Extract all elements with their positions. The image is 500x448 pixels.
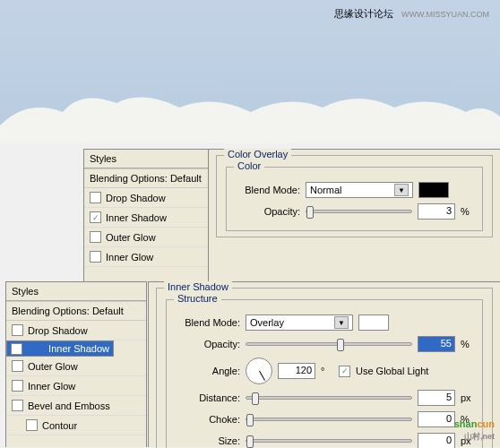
style-list: Drop Shadow Inner Shadow Outer Glow Inne… [6, 321, 146, 435]
distance-slider[interactable] [246, 396, 412, 400]
styles-panel-2: Styles Blending Options: Default Drop Sh… [5, 281, 147, 447]
style-item-outer-glow[interactable]: Outer Glow [84, 228, 227, 247]
choke-input[interactable]: 0 [418, 411, 455, 427]
style-item-outer-glow[interactable]: Outer Glow [6, 357, 146, 376]
style-item-drop-shadow[interactable]: Drop Shadow [6, 321, 146, 340]
opacity-input[interactable]: 55 [418, 336, 455, 352]
checkbox[interactable] [12, 380, 23, 392]
fieldset-title: Inner Shadow [164, 281, 232, 292]
angle-row: Angle: 120 ° Use Global Light [176, 358, 473, 384]
blend-mode-label: Blend Mode: [236, 185, 300, 195]
choke-slider[interactable] [246, 418, 412, 421]
checkbox[interactable] [26, 419, 38, 431]
choke-row: Choke: 0 % [176, 411, 473, 427]
opacity-unit: % [461, 206, 473, 217]
opacity-slider[interactable] [246, 342, 412, 346]
blend-mode-row: Blend Mode: Overlay▼ [176, 314, 473, 331]
distance-input[interactable]: 5 [418, 390, 455, 406]
style-label: Contour [42, 420, 77, 431]
angle-unit: ° [321, 366, 333, 376]
size-slider[interactable] [246, 439, 412, 443]
watermark: 思缘设计论坛 WWW.MISSYUAN.COM [334, 7, 489, 21]
opacity-label: Opacity: [236, 206, 300, 217]
opacity-row: Opacity: 3 % [236, 203, 473, 220]
site-logo: shancun 山村,net [454, 415, 495, 443]
blending-options[interactable]: Blending Options: Default [84, 168, 227, 188]
style-item-inner-glow[interactable]: Inner Glow [6, 376, 146, 396]
style-label: Outer Glow [106, 232, 156, 243]
blend-mode-select[interactable]: Overlay▼ [246, 314, 353, 331]
opacity-label: Opacity: [176, 339, 240, 349]
color-swatch[interactable] [418, 182, 449, 198]
checkbox[interactable] [12, 324, 23, 336]
style-item-inner-shadow[interactable]: Inner Shadow [84, 208, 227, 228]
section-title: Color [234, 160, 264, 171]
styles-header[interactable]: Styles [84, 150, 227, 168]
style-label: Bevel and Emboss [28, 401, 110, 411]
structure-section: Structure Blend Mode: Overlay▼ Opacity: … [166, 299, 483, 448]
chevron-down-icon: ▼ [394, 184, 409, 196]
checkbox[interactable] [90, 231, 101, 243]
style-label: Inner Shadow [48, 343, 109, 354]
style-label: Outer Glow [28, 361, 78, 372]
checkbox[interactable] [90, 251, 101, 263]
section-title: Structure [174, 293, 221, 304]
global-light-label: Use Global Light [356, 366, 428, 376]
blend-mode-row: Blend Mode: Normal▼ [236, 182, 473, 198]
style-item-bevel-emboss[interactable]: Bevel and Emboss [6, 396, 146, 416]
blend-mode-value: Overlay [250, 317, 284, 328]
color-overlay-panel: Color Overlay Color Blend Mode: Normal▼ … [208, 149, 500, 284]
size-label: Size: [176, 435, 240, 446]
distance-row: Distance: 5 px [176, 390, 473, 406]
checkbox[interactable] [11, 343, 22, 355]
distance-label: Distance: [176, 392, 240, 403]
style-item-drop-shadow[interactable]: Drop Shadow [84, 188, 227, 208]
opacity-unit: % [461, 339, 473, 349]
blending-options[interactable]: Blending Options: Default [6, 301, 146, 321]
opacity-row: Opacity: 55 % [176, 336, 473, 352]
logo-sub: 山村,net [454, 431, 495, 443]
angle-dial[interactable] [246, 358, 272, 384]
checkbox[interactable] [90, 192, 101, 203]
style-list: Drop Shadow Inner Shadow Outer Glow Inne… [84, 188, 227, 267]
opacity-input[interactable]: 3 [418, 203, 455, 220]
inner-shadow-fieldset: Inner Shadow Structure Blend Mode: Overl… [156, 288, 493, 448]
cloud-decoration [0, 90, 500, 143]
style-label: Drop Shadow [28, 325, 88, 336]
style-item-inner-glow[interactable]: Inner Glow [84, 247, 227, 267]
checkbox[interactable] [12, 360, 23, 372]
watermark-text: 思缘设计论坛 [334, 8, 393, 19]
style-label: Drop Shadow [106, 193, 166, 203]
watermark-url: WWW.MISSYUAN.COM [401, 10, 489, 19]
size-row: Size: 0 px [176, 433, 473, 448]
blend-mode-value: Normal [310, 185, 341, 195]
inner-shadow-panel: Inner Shadow Structure Blend Mode: Overl… [148, 281, 500, 447]
blend-mode-select[interactable]: Normal▼ [306, 182, 413, 198]
styles-header[interactable]: Styles [6, 282, 146, 301]
color-overlay-fieldset: Color Overlay Color Blend Mode: Normal▼ … [216, 155, 493, 237]
style-label: Inner Glow [106, 252, 153, 263]
size-input[interactable]: 0 [418, 433, 455, 448]
style-label: Inner Glow [28, 381, 75, 392]
color-swatch[interactable] [358, 314, 389, 331]
checkbox[interactable] [12, 400, 23, 411]
choke-label: Choke: [176, 414, 240, 425]
angle-label: Angle: [176, 366, 240, 376]
sky-background: 思缘设计论坛 WWW.MISSYUAN.COM [0, 0, 500, 143]
style-label: Inner Shadow [106, 212, 167, 223]
checkbox[interactable] [90, 211, 101, 223]
styles-panel-1: Styles Blending Options: Default Drop Sh… [83, 149, 228, 285]
distance-unit: px [461, 392, 473, 403]
opacity-slider[interactable] [306, 210, 412, 213]
style-item-inner-shadow[interactable]: Inner Shadow [6, 340, 114, 357]
chevron-down-icon: ▼ [334, 316, 349, 329]
global-light-checkbox[interactable] [339, 366, 350, 377]
color-section: Color Blend Mode: Normal▼ Opacity: 3 % [226, 167, 483, 231]
angle-input[interactable]: 120 [278, 363, 315, 379]
blend-mode-label: Blend Mode: [176, 317, 240, 328]
fieldset-title: Color Overlay [224, 149, 291, 159]
style-item-contour[interactable]: Contour [6, 416, 146, 435]
